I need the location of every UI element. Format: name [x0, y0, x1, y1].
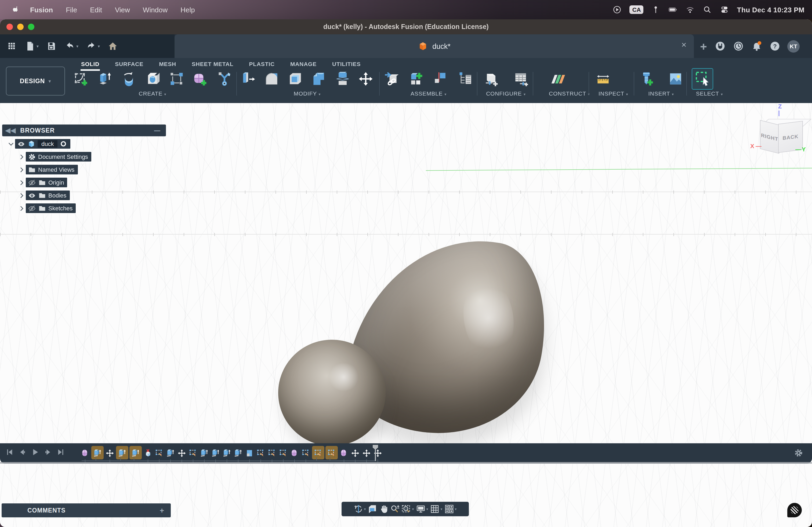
eye-off-visibility-icon[interactable] — [28, 178, 36, 186]
notifications-button[interactable] — [751, 40, 763, 52]
timeline-feature-sketch-plane[interactable] — [245, 448, 254, 457]
create-form-tool[interactable] — [191, 70, 209, 88]
timeline-feature-move[interactable] — [362, 448, 371, 457]
expander-chevron-right-icon[interactable] — [17, 153, 26, 160]
timeline-feature-sketch[interactable] — [279, 448, 288, 457]
press-pull-tool[interactable] — [240, 70, 257, 88]
combine-tool[interactable] — [310, 70, 328, 88]
document-tab-duck[interactable]: duck* — [175, 34, 694, 58]
tree-item-label[interactable]: Document Settings — [38, 153, 88, 160]
input-source-badge[interactable]: CA — [630, 5, 644, 14]
select-tool-tool[interactable] — [692, 68, 713, 90]
group-label-select[interactable]: SELECT ▾ — [692, 90, 727, 96]
wifi-status-icon[interactable] — [685, 5, 695, 15]
menu-bar-clock[interactable]: Thu Dec 4 10:23 PM — [737, 6, 804, 14]
feedback-badge-icon[interactable] — [787, 503, 802, 517]
timeline-feature-form[interactable] — [81, 448, 90, 457]
joint-tool[interactable] — [432, 70, 450, 88]
window-title-bar[interactable]: duck* (kelly) - Autodesk Fusion (Educati… — [0, 19, 812, 34]
nav-display-settings-tool[interactable]: ▾ — [416, 504, 429, 514]
menu-item-window[interactable]: Window — [136, 6, 174, 14]
nav-viewports-tool[interactable]: ▾ — [444, 504, 457, 514]
timeline-feature-primitive-error[interactable] — [143, 448, 153, 457]
step-back-button[interactable] — [18, 447, 26, 457]
job-status-button[interactable] — [733, 40, 744, 52]
menu-app-name[interactable]: Fusion — [24, 6, 59, 14]
browser-row-document-settings[interactable]: Document Settings — [17, 152, 91, 162]
timeline-feature-sketch[interactable] — [188, 448, 198, 457]
timeline-feature-move[interactable] — [177, 448, 186, 457]
view-cube-right-face[interactable]: RIGHT — [760, 120, 779, 154]
timeline-feature-sketch[interactable] — [155, 448, 164, 457]
group-label-inspect[interactable]: INSPECT ▾ — [594, 90, 633, 96]
timeline-feature-sketch[interactable] — [256, 448, 265, 457]
revolve-tool[interactable] — [120, 70, 137, 88]
hole-tool[interactable] — [144, 70, 161, 88]
browser-row-origin[interactable]: Origin — [17, 178, 68, 187]
insert-tool[interactable] — [382, 70, 400, 88]
extrude-tool[interactable] — [96, 70, 114, 88]
play-button[interactable] — [31, 447, 39, 457]
close-tab-icon[interactable] — [680, 40, 687, 48]
timeline-feature-form[interactable] — [339, 448, 349, 457]
timeline-feature-extrude[interactable] — [222, 448, 231, 457]
play-circle-status-icon[interactable] — [612, 5, 622, 15]
activate-radio-icon[interactable] — [60, 140, 68, 148]
new-component-tool[interactable] — [407, 70, 425, 88]
minimize-panel-icon[interactable]: — — [154, 127, 166, 134]
new-document-button[interactable]: ▾ — [23, 39, 41, 53]
component-tree-tool[interactable] — [457, 70, 475, 88]
browser-header[interactable]: ◀◀ BROWSER — — [2, 124, 166, 136]
measure-tool[interactable] — [594, 70, 612, 88]
model-head[interactable] — [278, 340, 386, 446]
app-grid-button[interactable] — [4, 39, 19, 53]
nav-look-at-tool[interactable] — [367, 504, 378, 514]
group-label-construct[interactable]: CONSTRUCT ▾ — [549, 90, 588, 96]
derive-tool[interactable] — [215, 70, 233, 88]
browser-row-duck[interactable]: duck — [6, 139, 71, 149]
configuration-table-tool[interactable] — [512, 70, 530, 88]
search-status-icon[interactable] — [703, 5, 712, 15]
new-tab-button[interactable] — [699, 41, 708, 51]
group-label-configure[interactable]: CONFIGURE ▾ — [482, 90, 530, 96]
expander-chevron-right-icon[interactable] — [17, 192, 26, 199]
view-cube[interactable]: RIGHT BACK Z | X — Y — — [748, 107, 810, 163]
timeline-feature-move[interactable] — [105, 448, 114, 457]
eye-off-visibility-icon[interactable] — [28, 204, 36, 212]
help-button[interactable] — [769, 40, 781, 52]
nav-fit-tool[interactable]: ▾ — [401, 504, 414, 514]
skip-to-start-button[interactable] — [5, 447, 13, 457]
menu-item-edit[interactable]: Edit — [84, 6, 108, 14]
group-label-assemble[interactable]: ASSEMBLE ▾ — [382, 90, 475, 96]
tree-item-label[interactable]: Bodies — [48, 192, 66, 199]
shell-tool[interactable] — [287, 70, 304, 88]
save-button[interactable] — [44, 39, 59, 53]
redo-button[interactable]: ▾ — [84, 39, 102, 53]
browser-row-sketches[interactable]: Sketches — [17, 204, 76, 213]
menu-item-help[interactable]: Help — [174, 6, 201, 14]
expander-chevron-right-icon[interactable] — [17, 205, 26, 212]
control-center-status-icon[interactable] — [720, 5, 729, 15]
timeline-playhead[interactable] — [373, 445, 378, 461]
eye-visibility-icon[interactable] — [28, 191, 36, 199]
timeline-feature-extrude[interactable] — [211, 448, 220, 457]
tree-item-label[interactable]: Sketches — [48, 205, 73, 211]
comments-bar[interactable]: COMMENTS + — [2, 503, 171, 517]
apple-menu-icon[interactable] — [8, 5, 24, 14]
home-button[interactable] — [105, 39, 120, 53]
group-label-insert[interactable]: INSERT ▾ — [638, 90, 684, 96]
collapse-panel-icon[interactable]: ◀◀ — [2, 127, 20, 134]
timeline-feature-form[interactable] — [290, 448, 299, 457]
browser-row-named-views[interactable]: Named Views — [17, 165, 77, 175]
group-label-create[interactable]: CREATE ▾ — [72, 90, 233, 96]
account-avatar[interactable]: KT — [787, 40, 800, 52]
timeline-feature-sketch[interactable] — [312, 446, 324, 459]
canvas-tool[interactable] — [666, 70, 684, 88]
tree-item-label[interactable]: Named Views — [38, 166, 74, 173]
skip-to-end-button[interactable] — [57, 447, 65, 457]
construction-planes-tool[interactable] — [549, 70, 567, 88]
split-body-tool[interactable] — [334, 70, 351, 88]
pin-status-icon[interactable] — [651, 5, 661, 15]
configuration-tool[interactable] — [482, 70, 500, 88]
eye-visibility-icon[interactable] — [17, 140, 25, 148]
